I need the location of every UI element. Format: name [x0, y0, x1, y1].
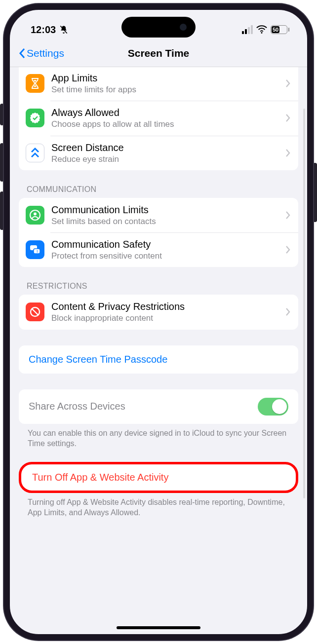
limits-group: App Limits Set time limits for apps Alwa…: [19, 67, 298, 170]
share-note: You can enable this on any device signed…: [10, 424, 307, 449]
row-title: Communication Safety: [51, 238, 278, 251]
row-content-privacy[interactable]: Content & Privacy Restrictions Block ina…: [19, 295, 298, 329]
svg-point-1: [261, 32, 263, 34]
row-title: Screen Distance: [51, 142, 278, 154]
person-circle-icon: [26, 206, 44, 225]
communication-group: Communication Limits Set limits based on…: [19, 198, 298, 267]
cellular-icon: [242, 25, 253, 34]
chevron-right-icon: [285, 211, 290, 220]
section-header-communication: COMMUNICATION: [10, 170, 307, 198]
chevrons-up-icon: [26, 144, 44, 162]
page-title: Screen Time: [128, 47, 190, 59]
row-sub: Protect from sensitive content: [51, 251, 278, 261]
row-sub: Choose apps to allow at all times: [51, 119, 278, 129]
row-title: Communication Limits: [51, 204, 278, 216]
chevron-right-icon: [285, 307, 290, 316]
turn-off-note: Turning off App & Website Activity disab…: [10, 493, 307, 518]
change-passcode-label: Change Screen Time Passcode: [29, 354, 167, 365]
row-title: App Limits: [51, 72, 278, 84]
row-screen-distance[interactable]: Screen Distance Reduce eye strain: [19, 136, 298, 170]
row-communication-limits[interactable]: Communication Limits Set limits based on…: [19, 198, 298, 232]
turn-off-label: Turn Off App & Website Activity: [32, 472, 168, 483]
seal-check-icon: [26, 109, 44, 127]
battery-icon: 50: [271, 25, 289, 34]
scrollbar[interactable]: [303, 109, 305, 498]
turn-off-activity-button[interactable]: Turn Off App & Website Activity: [19, 462, 298, 493]
row-sub: Reduce eye strain: [51, 154, 278, 164]
navigation-bar: Settings Screen Time: [10, 39, 307, 67]
dynamic-island: [121, 17, 196, 38]
restrictions-group: Content & Privacy Restrictions Block ina…: [19, 295, 298, 329]
share-across-devices-row[interactable]: Share Across Devices: [19, 389, 298, 424]
chevron-right-icon: [285, 79, 290, 88]
chevron-right-icon: [285, 149, 290, 157]
svg-text:!: !: [37, 249, 38, 254]
row-title: Always Allowed: [51, 107, 278, 119]
row-sub: Set limits based on contacts: [51, 216, 278, 227]
silent-icon: [59, 25, 69, 35]
share-toggle[interactable]: [258, 398, 288, 416]
hourglass-icon: [26, 74, 44, 93]
svg-line-8: [32, 309, 38, 315]
scroll-content[interactable]: App Limits Set time limits for apps Alwa…: [10, 67, 307, 634]
row-sub: Block inappropriate content: [51, 313, 278, 323]
no-sign-icon: [26, 303, 44, 321]
phone-frame: 12:03 50 Settin: [4, 4, 313, 640]
chevron-left-icon: [19, 48, 26, 59]
section-header-restrictions: RESTRICTIONS: [10, 267, 307, 295]
chevron-right-icon: [285, 245, 290, 254]
chevron-right-icon: [285, 114, 290, 122]
chat-bubbles-icon: !: [26, 240, 44, 259]
row-communication-safety[interactable]: ! Communication Safety Protect from sens…: [19, 232, 298, 267]
home-indicator[interactable]: [117, 626, 200, 629]
change-passcode-button[interactable]: Change Screen Time Passcode: [19, 345, 298, 374]
clock: 12:03: [31, 24, 56, 36]
svg-point-3: [34, 212, 37, 215]
back-label: Settings: [27, 47, 64, 59]
row-always-allowed[interactable]: Always Allowed Choose apps to allow at a…: [19, 101, 298, 135]
share-label: Share Across Devices: [29, 401, 125, 412]
row-sub: Set time limits for apps: [51, 84, 278, 95]
back-button[interactable]: Settings: [19, 39, 64, 67]
row-title: Content & Privacy Restrictions: [51, 301, 278, 313]
row-app-limits[interactable]: App Limits Set time limits for apps: [19, 67, 298, 101]
wifi-icon: [256, 25, 267, 34]
